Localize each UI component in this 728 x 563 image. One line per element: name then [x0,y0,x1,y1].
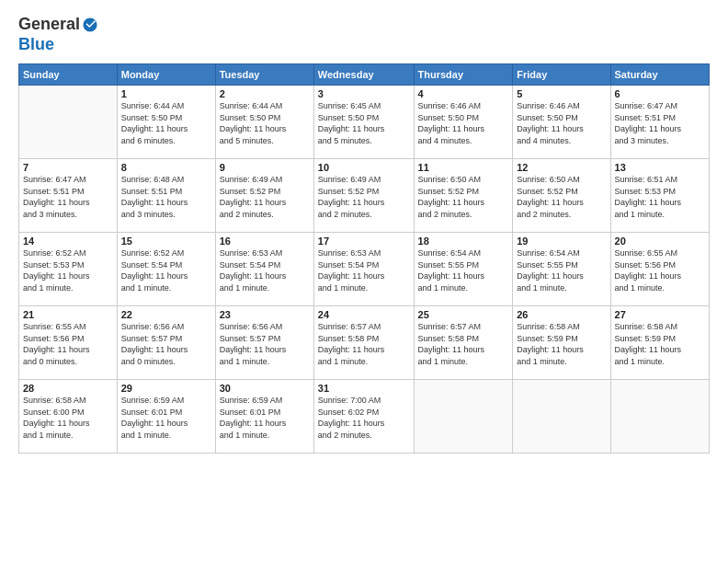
day-info: Sunrise: 6:54 AM Sunset: 5:55 PM Dayligh… [418,247,509,293]
day-info: Sunrise: 6:53 AM Sunset: 5:54 PM Dayligh… [220,247,310,293]
calendar-week-row: 21Sunrise: 6:55 AM Sunset: 5:56 PM Dayli… [19,306,710,380]
logo-general-text: General [18,15,80,35]
calendar-cell: 10Sunrise: 6:49 AM Sunset: 5:52 PM Dayli… [313,159,414,233]
calendar-cell [513,380,610,454]
day-number: 7 [23,162,113,173]
weekday-header: Thursday [414,64,513,86]
day-number: 17 [318,236,410,247]
weekday-header: Saturday [610,64,709,86]
day-number: 19 [517,236,606,247]
weekday-header: Monday [117,64,215,86]
day-number: 29 [121,383,211,394]
calendar-cell: 15Sunrise: 6:52 AM Sunset: 5:54 PM Dayli… [117,233,215,306]
logo: General Blue [18,15,98,54]
calendar-cell: 5Sunrise: 6:46 AM Sunset: 5:50 PM Daylig… [513,86,610,159]
calendar-cell [19,86,118,159]
calendar-cell: 9Sunrise: 6:49 AM Sunset: 5:52 PM Daylig… [215,159,313,233]
calendar-cell: 3Sunrise: 6:45 AM Sunset: 5:50 PM Daylig… [313,86,414,159]
calendar-cell: 20Sunrise: 6:55 AM Sunset: 5:56 PM Dayli… [610,233,709,306]
day-info: Sunrise: 6:58 AM Sunset: 5:59 PM Dayligh… [615,321,705,367]
day-number: 21 [23,309,113,320]
day-number: 6 [615,88,705,99]
day-info: Sunrise: 6:58 AM Sunset: 5:59 PM Dayligh… [517,321,606,367]
calendar-cell: 1Sunrise: 6:44 AM Sunset: 5:50 PM Daylig… [117,86,215,159]
calendar-cell: 16Sunrise: 6:53 AM Sunset: 5:54 PM Dayli… [215,233,313,306]
day-info: Sunrise: 6:49 AM Sunset: 5:52 PM Dayligh… [318,174,410,220]
day-info: Sunrise: 6:56 AM Sunset: 5:57 PM Dayligh… [121,321,211,367]
calendar-cell: 12Sunrise: 6:50 AM Sunset: 5:52 PM Dayli… [513,159,610,233]
calendar-week-row: 14Sunrise: 6:52 AM Sunset: 5:53 PM Dayli… [19,233,710,306]
calendar-cell: 31Sunrise: 7:00 AM Sunset: 6:02 PM Dayli… [313,380,414,454]
day-number: 28 [23,383,113,394]
day-number: 31 [318,383,410,394]
day-number: 30 [220,383,310,394]
weekday-header: Tuesday [215,64,313,86]
weekday-header: Wednesday [313,64,414,86]
calendar-cell: 29Sunrise: 6:59 AM Sunset: 6:01 PM Dayli… [117,380,215,454]
weekday-header: Friday [513,64,610,86]
day-number: 23 [220,309,310,320]
day-number: 18 [418,236,509,247]
day-info: Sunrise: 6:47 AM Sunset: 5:51 PM Dayligh… [615,100,705,146]
calendar-cell: 14Sunrise: 6:52 AM Sunset: 5:53 PM Dayli… [19,233,118,306]
day-info: Sunrise: 6:44 AM Sunset: 5:50 PM Dayligh… [121,100,211,146]
calendar-cell: 6Sunrise: 6:47 AM Sunset: 5:51 PM Daylig… [610,86,709,159]
day-info: Sunrise: 6:50 AM Sunset: 5:52 PM Dayligh… [418,174,509,220]
day-number: 9 [220,162,310,173]
day-info: Sunrise: 6:46 AM Sunset: 5:50 PM Dayligh… [418,100,509,146]
page: General Blue SundayMondayTuesdayWednesda… [0,0,728,563]
day-number: 16 [220,236,310,247]
day-number: 24 [318,309,410,320]
calendar-cell: 24Sunrise: 6:57 AM Sunset: 5:58 PM Dayli… [313,306,414,380]
day-number: 8 [121,162,211,173]
day-info: Sunrise: 6:47 AM Sunset: 5:51 PM Dayligh… [23,174,113,220]
day-info: Sunrise: 6:52 AM Sunset: 5:54 PM Dayligh… [121,247,211,293]
calendar-cell: 13Sunrise: 6:51 AM Sunset: 5:53 PM Dayli… [610,159,709,233]
day-info: Sunrise: 6:45 AM Sunset: 5:50 PM Dayligh… [318,100,410,146]
calendar-cell: 7Sunrise: 6:47 AM Sunset: 5:51 PM Daylig… [19,159,118,233]
logo-icon [82,17,98,33]
day-number: 3 [318,88,410,99]
logo-blue-text: Blue [18,35,98,55]
day-number: 12 [517,162,606,173]
day-number: 15 [121,236,211,247]
calendar-cell: 26Sunrise: 6:58 AM Sunset: 5:59 PM Dayli… [513,306,610,380]
day-number: 22 [121,309,211,320]
day-info: Sunrise: 6:57 AM Sunset: 5:58 PM Dayligh… [418,321,509,367]
day-info: Sunrise: 6:51 AM Sunset: 5:53 PM Dayligh… [615,174,705,220]
day-info: Sunrise: 6:59 AM Sunset: 6:01 PM Dayligh… [220,395,310,441]
calendar-cell: 11Sunrise: 6:50 AM Sunset: 5:52 PM Dayli… [414,159,513,233]
day-info: Sunrise: 6:55 AM Sunset: 5:56 PM Dayligh… [615,247,705,293]
day-info: Sunrise: 6:53 AM Sunset: 5:54 PM Dayligh… [318,247,410,293]
calendar-cell: 25Sunrise: 6:57 AM Sunset: 5:58 PM Dayli… [414,306,513,380]
day-number: 20 [615,236,705,247]
calendar-table: SundayMondayTuesdayWednesdayThursdayFrid… [18,63,710,454]
weekday-header: Sunday [19,64,118,86]
day-info: Sunrise: 6:59 AM Sunset: 6:01 PM Dayligh… [121,395,211,441]
calendar-cell: 18Sunrise: 6:54 AM Sunset: 5:55 PM Dayli… [414,233,513,306]
calendar-cell: 28Sunrise: 6:58 AM Sunset: 6:00 PM Dayli… [19,380,118,454]
calendar-week-row: 1Sunrise: 6:44 AM Sunset: 5:50 PM Daylig… [19,86,710,159]
day-number: 5 [517,88,606,99]
day-info: Sunrise: 6:48 AM Sunset: 5:51 PM Dayligh… [121,174,211,220]
day-number: 14 [23,236,113,247]
day-info: Sunrise: 6:52 AM Sunset: 5:53 PM Dayligh… [23,247,113,293]
calendar-cell: 19Sunrise: 6:54 AM Sunset: 5:55 PM Dayli… [513,233,610,306]
day-info: Sunrise: 6:50 AM Sunset: 5:52 PM Dayligh… [517,174,606,220]
day-number: 2 [220,88,310,99]
day-number: 13 [615,162,705,173]
calendar-cell: 30Sunrise: 6:59 AM Sunset: 6:01 PM Dayli… [215,380,313,454]
day-number: 10 [318,162,410,173]
calendar-cell: 8Sunrise: 6:48 AM Sunset: 5:51 PM Daylig… [117,159,215,233]
day-number: 11 [418,162,509,173]
calendar-cell: 2Sunrise: 6:44 AM Sunset: 5:50 PM Daylig… [215,86,313,159]
calendar-cell: 23Sunrise: 6:56 AM Sunset: 5:57 PM Dayli… [215,306,313,380]
day-info: Sunrise: 6:44 AM Sunset: 5:50 PM Dayligh… [220,100,310,146]
calendar-header-row: SundayMondayTuesdayWednesdayThursdayFrid… [19,64,710,86]
day-info: Sunrise: 6:55 AM Sunset: 5:56 PM Dayligh… [23,321,113,367]
day-info: Sunrise: 7:00 AM Sunset: 6:02 PM Dayligh… [318,395,410,441]
calendar-cell [414,380,513,454]
day-number: 4 [418,88,509,99]
day-number: 26 [517,309,606,320]
day-number: 27 [615,309,705,320]
